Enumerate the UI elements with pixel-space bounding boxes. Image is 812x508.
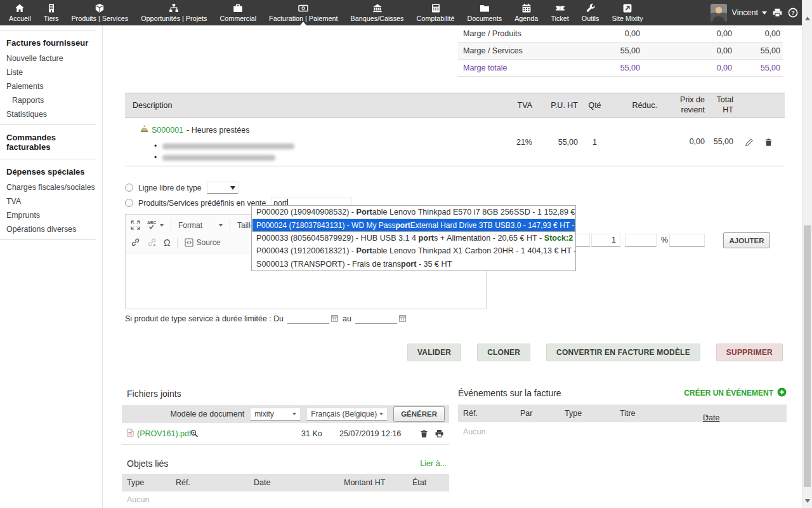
free-line-row: Ligne libre de type xyxy=(125,182,239,194)
sidebar-divider xyxy=(0,159,96,159)
sidebar-item-emprunts[interactable]: Emprunts xyxy=(0,208,102,222)
col-état[interactable]: État xyxy=(412,478,426,487)
scrollbar[interactable] xyxy=(802,0,812,508)
sidebar-item-rapports[interactable]: Rapports xyxy=(0,93,102,107)
scroll-down-icon[interactable] xyxy=(805,499,810,503)
qty-input[interactable]: 1 xyxy=(591,234,620,247)
link-to-link[interactable]: Lier à... xyxy=(420,459,447,468)
source-button[interactable]: Source xyxy=(185,238,220,247)
generate-button[interactable]: GÉNÉRER xyxy=(393,406,445,422)
user-name[interactable]: Vincent xyxy=(732,8,758,17)
margin-value: 0,00 xyxy=(564,29,640,38)
col-titre[interactable]: Titre xyxy=(620,409,636,418)
nav-item-sitemap[interactable]: Opportunités | Projets xyxy=(134,0,213,25)
free-line-radio[interactable] xyxy=(125,184,133,192)
bank-icon xyxy=(372,3,383,13)
predefined-product-radio[interactable] xyxy=(125,199,133,207)
linked-table-header: TypeRéf.DateMontant HTÉtat xyxy=(122,474,449,491)
product-ref-link[interactable]: S000001 xyxy=(152,126,183,135)
sidebar-item-charges-fiscales-sociales[interactable]: Charges fiscales/sociales xyxy=(0,180,102,194)
product-suggestion-item[interactable]: P000033 (8056045879929) - HUB USB 3.1 4 … xyxy=(252,232,575,244)
toolbar-separator xyxy=(177,237,178,248)
calendar-icon[interactable] xyxy=(399,315,406,322)
sidebar-item-statistiques[interactable]: Statistiques xyxy=(0,107,102,121)
product-suggestion-item[interactable]: S000013 (TRANSPORT) - Frais de transport… xyxy=(252,258,575,271)
sidebar: Factures fournisseurNouvelle factureList… xyxy=(0,25,103,508)
sidebar-item-tva[interactable]: TVA xyxy=(0,194,102,208)
sidebar-divider xyxy=(0,30,96,30)
top-navbar: AccueilTiersProduits | ServicesOpportuni… xyxy=(0,0,812,25)
col-type[interactable]: Type xyxy=(565,409,582,418)
product-suggestion-item[interactable]: P000024 (718037843131) - WD My Passport … xyxy=(252,218,575,232)
format-dropdown[interactable]: Format xyxy=(178,221,223,230)
preview-zoom-icon[interactable] xyxy=(190,429,199,438)
nav-item-cube[interactable]: Produits | Services xyxy=(65,0,134,25)
calendar-icon[interactable] xyxy=(331,315,338,322)
briefcase-icon xyxy=(233,3,243,13)
file-name-link[interactable]: (PROV161).pdf xyxy=(137,429,191,438)
unlink-icon[interactable] xyxy=(147,237,157,247)
file-size: 31 Ko xyxy=(301,429,322,438)
cloner-button[interactable]: CLONER xyxy=(477,344,530,361)
suggestion-text-segment: port xyxy=(419,234,434,243)
col-réf-[interactable]: Réf. xyxy=(463,409,478,418)
col-date[interactable]: Date xyxy=(254,478,270,487)
print-icon[interactable] xyxy=(772,8,783,18)
edit-line-icon[interactable] xyxy=(745,138,754,147)
sidebar-item-op-rations-diverses[interactable]: Opérations diverses xyxy=(0,222,102,236)
user-avatar[interactable] xyxy=(710,4,727,22)
product-label: - Heures prestées xyxy=(187,126,249,135)
nav-item-calendar[interactable]: Agenda xyxy=(508,0,544,25)
sidebar-item-paiements[interactable]: Paiements xyxy=(0,79,102,93)
nav-item-label: Banques/Caisses xyxy=(350,15,403,22)
sidebar-item-nouvelle-facture[interactable]: Nouvelle facture xyxy=(0,51,102,65)
maximize-icon[interactable] xyxy=(131,220,140,230)
cost-price-input[interactable] xyxy=(669,234,705,247)
nav-item-label: Ticket xyxy=(551,15,568,22)
scrollbar-thumb[interactable] xyxy=(804,225,811,487)
col-par[interactable]: Par xyxy=(520,409,532,418)
date-to-input[interactable] xyxy=(355,313,397,324)
suggestion-text-segment: External Hard Drive 3TB USB3.0 - 147,93 … xyxy=(410,220,575,231)
nav-item-building[interactable]: Tiers xyxy=(37,0,65,25)
free-line-label: Ligne libre de type xyxy=(138,184,202,192)
nav-item-wrench[interactable]: Outils xyxy=(575,0,606,25)
language-select[interactable]: Français (Belgique) xyxy=(306,408,388,421)
model-select[interactable]: mixity xyxy=(250,408,301,421)
convertir-en-facture-modèle-button[interactable]: CONVERTIR EN FACTURE MODÈLE xyxy=(546,344,700,361)
nav-item-ticket[interactable]: Ticket xyxy=(544,0,575,25)
nav-item-bill[interactable]: Facturation | Paiement xyxy=(263,0,344,25)
nav-item-home[interactable]: Accueil xyxy=(3,0,37,25)
link-icon[interactable] xyxy=(131,237,140,247)
nav-item-bank[interactable]: Banques/Caisses xyxy=(344,0,410,25)
help-icon[interactable]: ? xyxy=(788,8,798,18)
spellcheck-dropdown[interactable]: ABC xyxy=(147,220,164,230)
valider-button[interactable]: VALIDER xyxy=(407,344,461,361)
free-line-type-select[interactable] xyxy=(207,182,239,194)
add-line-button[interactable]: AJOUTER xyxy=(723,232,770,248)
col-type[interactable]: Type xyxy=(127,478,144,487)
product-suggestion-item[interactable]: P000020 (190940908532) - Portable Lenovo… xyxy=(252,206,575,218)
line-reduc xyxy=(612,119,657,166)
date-from-input[interactable] xyxy=(287,313,329,324)
create-event-link[interactable]: CRÉER UN ÉVÉNEMENT xyxy=(684,387,787,399)
discount-input[interactable] xyxy=(625,234,657,247)
col-réf-[interactable]: Réf. xyxy=(176,478,190,487)
product-suggestion-item[interactable]: P000043 (191200618321) - Portable Lenovo… xyxy=(252,244,575,257)
external-link-icon xyxy=(622,3,632,13)
scroll-up-icon[interactable] xyxy=(805,17,810,20)
dropdown-arrow-icon xyxy=(219,224,223,227)
svg-text:?: ? xyxy=(791,10,795,16)
sidebar-item-liste[interactable]: Liste xyxy=(0,65,102,79)
delete-line-icon[interactable] xyxy=(764,138,773,147)
nav-item-folder[interactable]: Documents xyxy=(461,0,509,25)
nav-item-label: Opportunités | Projets xyxy=(141,15,207,22)
nav-item-briefcase[interactable]: Commercial xyxy=(213,0,263,25)
nav-item-external-link[interactable]: Site Mixity xyxy=(605,0,649,25)
supprimer-button[interactable]: SUPPRIMER xyxy=(716,344,783,361)
nav-item-calculator[interactable]: Comptabilité xyxy=(410,0,461,25)
special-char-icon[interactable]: Ω xyxy=(164,237,170,248)
print-file-icon[interactable] xyxy=(435,429,444,438)
col-montant-ht[interactable]: Montant HT xyxy=(344,478,385,487)
delete-file-icon[interactable] xyxy=(420,429,428,438)
